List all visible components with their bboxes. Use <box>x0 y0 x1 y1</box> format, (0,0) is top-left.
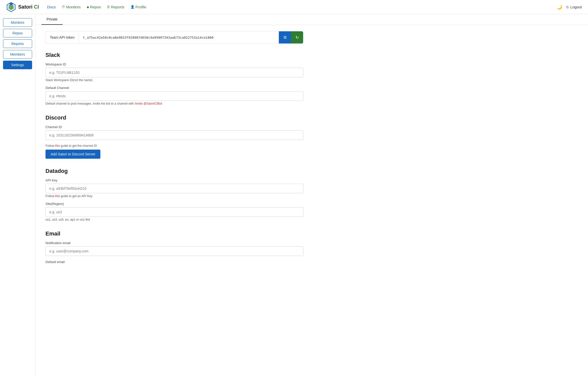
site-region-input[interactable] <box>46 207 303 217</box>
api-key-hint: Follow this guide to get an API Key <box>46 194 303 198</box>
logout-button[interactable]: ⎋ Logout <box>566 5 582 9</box>
default-channel-hint-prefix: Default channel to post messages. Invite… <box>46 102 135 105</box>
sidebar: Monitors Repos Reports Members Settings <box>0 14 35 376</box>
nav-monitors[interactable]: ⏱ Monitors <box>62 5 81 9</box>
default-channel-group: Default Channel Default channel to post … <box>46 86 303 105</box>
discord-guide-suffix: guide to get the channel ID <box>60 144 97 148</box>
default-channel-label: Default Channel <box>46 86 303 90</box>
api-token-label: Team API token <box>46 32 79 42</box>
logout-arrow-icon: ⎋ <box>566 5 569 9</box>
api-key-input[interactable] <box>46 184 303 193</box>
api-key-group: API Key Follow this guide to get an API … <box>46 178 303 198</box>
nav-repos[interactable]: ◆ Repos <box>87 5 101 9</box>
main-content: Private Team API token t_a75ac42a58c0ca8… <box>35 14 588 376</box>
api-key-hint-prefix: Follow <box>46 194 55 198</box>
nav-right: 🌙 ⎋ Logout <box>557 4 582 10</box>
sidebar-item-settings[interactable]: Settings <box>3 61 32 69</box>
nav-profile[interactable]: 👤 Profile <box>130 5 146 9</box>
logout-label: Logout <box>570 5 582 9</box>
default-channel-input[interactable] <box>46 91 303 101</box>
nav-docs[interactable]: Docs <box>47 5 56 9</box>
workspace-id-hint: Slack Workspace ID(not the name) <box>46 78 303 82</box>
list-icon: ☰ <box>107 5 110 9</box>
default-email-label: Default email <box>46 260 303 264</box>
clock-icon: ⏱ <box>62 5 65 9</box>
api-key-hint-suffix: guide to get an API Key <box>60 194 93 198</box>
tab-bar: Private <box>35 14 588 25</box>
sidebar-item-monitors[interactable]: Monitors <box>3 18 32 27</box>
site-region-label: Site(Region) <box>46 202 303 206</box>
workspace-id-input[interactable] <box>46 68 303 77</box>
discord-guide-prefix: Follow <box>46 144 55 148</box>
reports-label: Reports <box>111 5 124 9</box>
monitors-label: Monitors <box>66 5 81 9</box>
discord-section: Discord Channel ID Follow this guide to … <box>46 114 303 159</box>
docs-label: Docs <box>47 5 56 9</box>
email-section: Email Notification email Default email <box>46 230 303 264</box>
sidebar-item-reports[interactable]: Reports <box>3 39 32 48</box>
tab-private[interactable]: Private <box>41 14 63 25</box>
refresh-token-button[interactable]: ↻ <box>291 31 303 43</box>
slack-section: Slack Workspace ID Slack Workspace ID(no… <box>46 52 303 105</box>
email-title: Email <box>46 230 303 237</box>
site-region-group: Site(Region) us1, us3, us5, eu, ap1 or u… <box>46 202 303 221</box>
workspace-id-group: Workspace ID Slack Workspace ID(not the … <box>46 62 303 82</box>
datadog-guide-link[interactable]: this <box>55 194 60 198</box>
nav-links: Docs ⏱ Monitors ◆ Repos ☰ Reports 👤 Prof… <box>47 5 557 9</box>
brand-name: Satori CI <box>18 4 39 10</box>
channel-id-group: Channel ID <box>46 125 303 140</box>
nav-reports[interactable]: ☰ Reports <box>107 5 124 9</box>
profile-label: Profile <box>135 5 146 9</box>
api-token-row: Team API token t_a75ac42a58c0ca8e9033f92… <box>46 31 303 44</box>
person-icon: 👤 <box>130 5 134 9</box>
workspace-id-label: Workspace ID <box>46 62 303 66</box>
site-region-hint: us1, us3, us5, eu, ap1 or us1-fed <box>46 218 303 221</box>
brand-logo-link[interactable]: Satori CI <box>6 2 39 12</box>
invite-bot-link[interactable]: /invite @SatoriCIBot <box>135 102 162 105</box>
datadog-title: Datadog <box>46 168 303 174</box>
sidebar-item-members[interactable]: Members <box>3 50 32 59</box>
default-channel-hint: Default channel to post messages. Invite… <box>46 102 303 105</box>
refresh-icon: ↻ <box>296 35 299 40</box>
notification-email-group: Notification email <box>46 241 303 256</box>
page-layout: Monitors Repos Reports Members Settings … <box>0 14 588 376</box>
notification-email-input[interactable] <box>46 246 303 256</box>
navbar: Satori CI Docs ⏱ Monitors ◆ Repos ☰ Repo… <box>0 0 588 14</box>
api-token-actions: ⧉ ↻ <box>279 31 303 43</box>
discord-guide-hint: Follow this guide to get the channel ID <box>46 144 303 148</box>
api-key-label: API Key <box>46 178 303 182</box>
default-email-group: Default email <box>46 260 303 264</box>
discord-guide-link[interactable]: this <box>55 144 60 148</box>
notification-email-label: Notification email <box>46 241 303 245</box>
api-token-value: t_a75ac42a58c0ca8e9033f928987d650c9a9509… <box>79 33 279 42</box>
add-discord-button[interactable]: Add Satori to Discord Server <box>46 150 100 159</box>
datadog-section: Datadog API Key Follow this guide to get… <box>46 168 303 221</box>
copy-token-button[interactable]: ⧉ <box>279 31 291 43</box>
channel-id-input[interactable] <box>46 130 303 140</box>
diamond-icon: ◆ <box>87 5 89 9</box>
sidebar-item-repos[interactable]: Repos <box>3 29 32 37</box>
channel-id-label: Channel ID <box>46 125 303 129</box>
discord-title: Discord <box>46 114 303 121</box>
slack-title: Slack <box>46 52 303 58</box>
copy-icon: ⧉ <box>284 35 286 40</box>
repos-label: Repos <box>90 5 101 9</box>
settings-content: Team API token t_a75ac42a58c0ca8e9033f92… <box>35 25 313 279</box>
moon-icon[interactable]: 🌙 <box>557 4 562 10</box>
brand-logo-icon <box>6 2 16 12</box>
